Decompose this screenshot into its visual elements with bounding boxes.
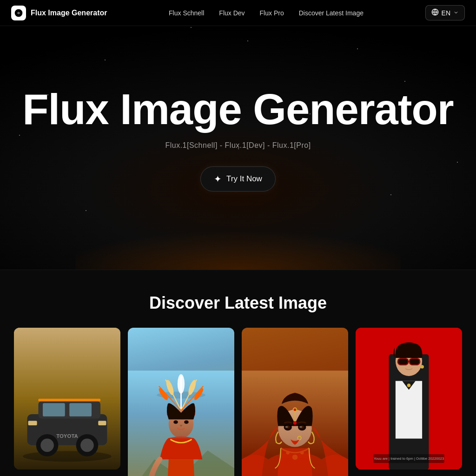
navbar: Flux Image Generator Flux Schnell Flux D…: [0, 0, 476, 26]
hero-section: Flux Image Generator Flux.1[Schnell] - F…: [0, 0, 476, 270]
lang-label: EN: [442, 9, 450, 17]
svg-rect-7: [69, 403, 92, 416]
svg-point-63: [293, 421, 297, 425]
language-selector[interactable]: EN: [425, 5, 465, 20]
svg-point-3: [23, 451, 112, 462]
gallery-item-2[interactable]: [128, 328, 234, 476]
logo-text: Flux Image Generator: [31, 9, 107, 17]
svg-rect-13: [98, 421, 106, 425]
discover-title: Discover Latest Image: [14, 293, 462, 313]
svg-point-61: [285, 426, 288, 428]
logo-icon: [11, 6, 26, 20]
svg-text:TOYOTA: TOYOTA: [56, 433, 78, 439]
svg-text:Youu are | trained to 6pm | Oc: Youu are | trained to 6pm | Octtibe 2022…: [374, 456, 444, 461]
chevron-down-icon: [453, 9, 459, 17]
svg-rect-71: [398, 359, 408, 364]
svg-point-62: [299, 426, 302, 428]
svg-point-9: [40, 439, 54, 452]
try-btn-label: Try It Now: [226, 174, 262, 184]
nav-link-dev[interactable]: Flux Dev: [219, 9, 245, 17]
svg-point-76: [420, 365, 424, 369]
nav-link-pro[interactable]: Flux Pro: [260, 9, 284, 17]
gallery-item-1[interactable]: TOYOTA: [14, 328, 120, 469]
gallery-item-4[interactable]: Youu are | trained to 6pm | Octtibe 2022…: [356, 328, 462, 469]
hero-title: Flux Image Generator: [22, 87, 453, 132]
try-it-now-button[interactable]: ✦ Try It Now: [200, 166, 276, 192]
magic-wand-icon: ✦: [214, 173, 222, 185]
svg-rect-6: [43, 403, 65, 416]
nav-links: Flux Schnell Flux Dev Flux Pro Discover …: [169, 9, 364, 17]
svg-point-77: [407, 383, 411, 387]
svg-rect-12: [28, 421, 37, 425]
svg-point-1: [18, 12, 20, 14]
nav-link-discover[interactable]: Discover Latest Image: [299, 9, 364, 17]
gallery-item-3[interactable]: [242, 328, 348, 476]
hero-subtitle: Flux.1[Schnell] - Flux.1[Dev] - Flux.1[P…: [165, 141, 311, 150]
nav-logo[interactable]: Flux Image Generator: [11, 6, 107, 20]
svg-rect-72: [410, 359, 419, 364]
svg-point-48: [184, 420, 189, 424]
svg-rect-14: [38, 399, 100, 402]
svg-point-35: [178, 374, 185, 394]
stars-bg: [0, 0, 476, 270]
nav-link-schnell[interactable]: Flux Schnell: [169, 9, 204, 17]
svg-point-11: [80, 439, 94, 452]
discover-section: Discover Latest Image: [0, 270, 476, 476]
svg-point-47: [173, 420, 178, 424]
gallery-grid: TOYOTA: [14, 328, 462, 476]
svg-point-55: [294, 408, 297, 411]
translate-icon: [431, 8, 439, 17]
